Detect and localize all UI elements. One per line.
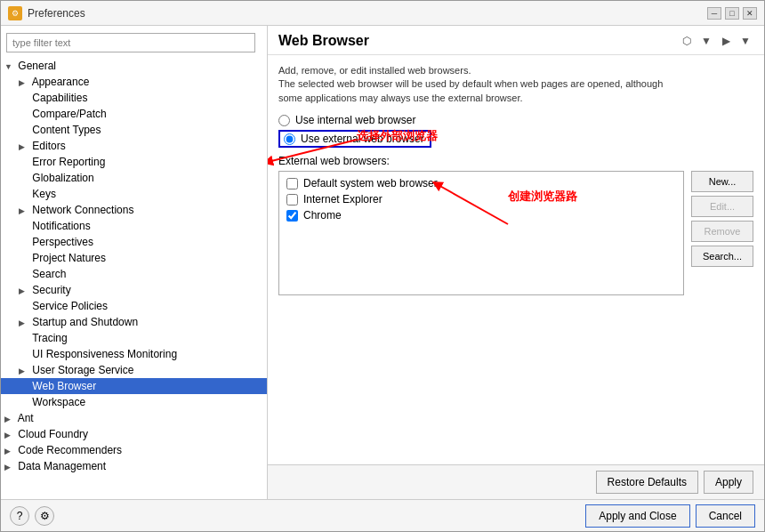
search-container <box>1 29 267 58</box>
browser-item-ie[interactable]: Internet Explorer <box>283 191 680 207</box>
tree-item-user-storage[interactable]: ▶ User Storage Service <box>1 362 267 378</box>
tree-item-cloud-foundry[interactable]: ▶ Cloud Foundry <box>1 426 267 442</box>
right-panel: Web Browser ⬡ ▼ ▶ ▼ Add, remove, or edit… <box>268 26 764 499</box>
tree-item-project-natures[interactable]: Project Natures <box>1 250 267 266</box>
radio-internal-label[interactable]: Use internal web browser <box>295 114 415 126</box>
expand-arrow: ▶ <box>4 415 15 423</box>
expand-arrow <box>19 399 29 407</box>
footer-right: Apply and Close Cancel <box>585 504 755 528</box>
help-button[interactable]: ? <box>10 506 29 526</box>
back-icon-button[interactable]: ⬡ <box>679 33 695 49</box>
remove-button[interactable]: Remove <box>691 221 753 242</box>
tree-item-compare-patch[interactable]: Compare/Patch <box>1 106 267 122</box>
window-title: Preferences <box>28 7 85 20</box>
footer-left: ? ⚙ <box>10 506 54 526</box>
expand-arrow: ▶ <box>19 367 29 375</box>
browsers-buttons: New... Edit... Remove Search... <box>691 171 753 295</box>
tree-item-startup-shutdown[interactable]: ▶ Startup and Shutdown <box>1 314 267 330</box>
right-content: Add, remove, or edit installed web brows… <box>268 55 764 464</box>
tree-item-error-reporting[interactable]: Error Reporting <box>1 154 267 170</box>
radio-internal[interactable] <box>278 115 290 126</box>
maximize-button[interactable]: □ <box>725 7 739 20</box>
external-browsers-label: External web browsers: <box>278 155 753 167</box>
tree-item-search[interactable]: Search <box>1 266 267 282</box>
browser-label-chrome: Chrome <box>303 209 342 222</box>
search-input[interactable] <box>6 33 255 52</box>
browser-checkbox-ie[interactable] <box>286 194 298 206</box>
tree-item-globalization[interactable]: Globalization <box>1 170 267 186</box>
browser-item-chrome[interactable]: Chrome <box>283 207 680 223</box>
apply-button[interactable]: Apply <box>704 471 753 494</box>
expand-arrow <box>19 383 29 391</box>
left-panel: ▼ General ▶ Appearance Capabilities Comp… <box>1 26 268 499</box>
restore-defaults-button[interactable]: Restore Defaults <box>596 471 698 494</box>
expand-arrow <box>19 158 29 167</box>
expand-arrow <box>19 174 29 183</box>
bottom-bar: Restore Defaults Apply <box>268 464 764 499</box>
tree-item-editors[interactable]: ▶ Editors <box>1 138 267 154</box>
browser-checkbox-default[interactable] <box>286 178 298 189</box>
menu-icon-button[interactable]: ▼ <box>737 33 753 49</box>
radio-group: Use internal web browser Use external we… <box>278 114 753 148</box>
tree-item-tracing[interactable]: Tracing <box>1 330 267 346</box>
tree-item-code-recommenders[interactable]: ▶ Code Recommenders <box>1 442 267 458</box>
tree-item-general[interactable]: ▼ General <box>1 58 267 74</box>
tree-item-data-management[interactable]: ▶ Data Management <box>1 458 267 474</box>
radio-external-row: Use external web browser <box>278 130 753 148</box>
expand-arrow <box>19 190 29 199</box>
radio-external[interactable] <box>284 133 295 145</box>
title-bar-left: ⚙ Preferences <box>8 6 85 20</box>
edit-button[interactable]: Edit... <box>691 196 753 217</box>
main-split: ▼ General ▶ Appearance Capabilities Comp… <box>1 26 764 499</box>
new-button[interactable]: New... <box>691 171 753 192</box>
expand-arrow <box>19 110 29 119</box>
minimize-button[interactable]: ─ <box>707 7 721 20</box>
dropdown-icon-button[interactable]: ▼ <box>698 33 714 49</box>
browser-checkbox-chrome[interactable] <box>286 210 298 222</box>
expand-arrow: ▼ <box>4 62 15 71</box>
preferences-window: ⚙ Preferences ─ □ ✕ ▼ Gen <box>0 0 765 532</box>
expand-arrow: ▶ <box>4 431 15 439</box>
close-button[interactable]: ✕ <box>743 7 757 20</box>
expand-arrow <box>19 351 29 359</box>
expand-arrow: ▶ <box>19 286 29 295</box>
forward-icon-button[interactable]: ▶ <box>718 33 734 49</box>
title-bar: ⚙ Preferences ─ □ ✕ <box>1 1 764 26</box>
tree-item-perspectives[interactable]: Perspectives <box>1 234 267 250</box>
tree-item-appearance[interactable]: ▶ Appearance <box>1 74 267 90</box>
tree-item-workspace[interactable]: Workspace <box>1 394 267 410</box>
tree-item-network-connections[interactable]: ▶ Network Connections <box>1 202 267 218</box>
preference-tree: ▼ General ▶ Appearance Capabilities Comp… <box>1 58 267 474</box>
cancel-button[interactable]: Cancel <box>696 504 755 528</box>
external-browsers-container: Default system web browser Internet Expl… <box>278 171 753 295</box>
apply-and-close-button[interactable]: Apply and Close <box>585 504 689 528</box>
tree-item-service-policies[interactable]: Service Policies <box>1 298 267 314</box>
expand-arrow: ▶ <box>19 318 29 327</box>
search-button[interactable]: Search... <box>691 246 753 267</box>
tree-item-ant[interactable]: ▶ Ant <box>1 410 267 426</box>
browser-item-default[interactable]: Default system web browser <box>283 175 680 191</box>
radio-external-label[interactable]: Use external web browser <box>301 133 424 145</box>
tree-item-security[interactable]: ▶ Security <box>1 282 267 298</box>
expand-arrow <box>19 126 29 135</box>
tree-item-web-browser[interactable]: Web Browser <box>1 378 267 394</box>
expand-arrow <box>19 270 29 279</box>
external-browsers-section: External web browsers: Default system we… <box>278 155 753 295</box>
tree-item-capabilities[interactable]: Capabilities <box>1 90 267 106</box>
tree-item-content-types[interactable]: Content Types <box>1 122 267 138</box>
preferences-button[interactable]: ⚙ <box>35 506 54 526</box>
tree-item-keys[interactable]: Keys <box>1 186 267 202</box>
browser-label-ie: Internet Explorer <box>303 193 382 206</box>
content-area: ▼ General ▶ Appearance Capabilities Comp… <box>1 26 764 499</box>
window-icon: ⚙ <box>8 6 22 20</box>
tree-item-notifications[interactable]: Notifications <box>1 218 267 234</box>
expand-arrow <box>19 222 29 231</box>
footer-bar: ? ⚙ Apply and Close Cancel <box>1 499 764 531</box>
expand-arrow: ▶ <box>4 447 15 455</box>
expand-arrow <box>19 238 29 247</box>
description: Add, remove, or edit installed web brows… <box>278 64 753 105</box>
tree-item-ui-responsiveness[interactable]: UI Responsiveness Monitoring <box>1 346 267 362</box>
expand-arrow: ▶ <box>4 463 15 472</box>
expand-arrow: ▶ <box>19 206 29 215</box>
expand-arrow <box>19 302 29 311</box>
